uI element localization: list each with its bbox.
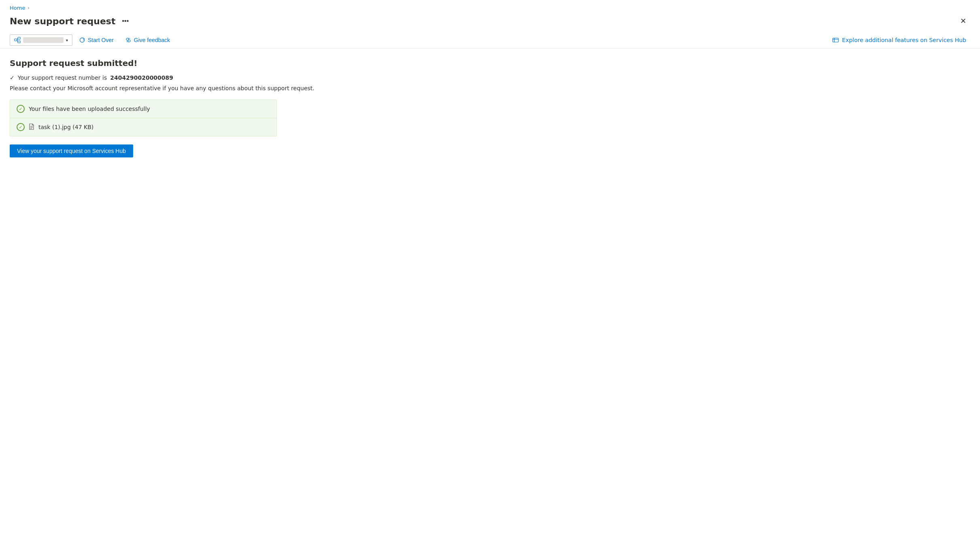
services-hub-icon (832, 37, 839, 43)
file-icon (29, 123, 34, 131)
toolbar: ▾ Start Over Give feedback (0, 32, 980, 49)
chevron-down-icon: ▾ (66, 38, 68, 42)
give-feedback-label: Give feedback (134, 37, 170, 43)
feedback-icon (125, 37, 132, 43)
view-support-request-button[interactable]: View your support request on Services Hu… (10, 144, 133, 157)
svg-rect-2 (18, 41, 20, 43)
upload-file-row: task (1).jpg (47 KB) (10, 118, 276, 136)
upload-status-box: Your files have been uploaded successful… (10, 100, 277, 136)
breadcrumb: Home › (0, 0, 980, 13)
request-number: 2404290020000089 (110, 74, 173, 81)
refresh-icon (79, 37, 85, 43)
services-hub-label: Explore additional features on Services … (842, 37, 966, 43)
request-number-row: ✓ Your support request number is 2404290… (10, 74, 970, 81)
subscription-text (23, 37, 64, 43)
file-name: task (1).jpg (47 KB) (38, 124, 93, 130)
page-header: New support request ••• ✕ (0, 13, 980, 32)
request-number-prefix: Your support request number is (18, 74, 107, 81)
main-content: Support request submitted! ✓ Your suppor… (0, 49, 980, 167)
upload-success-row: Your files have been uploaded successful… (10, 100, 276, 118)
submitted-heading: Support request submitted! (10, 58, 970, 68)
check-icon: ✓ (10, 74, 15, 81)
services-hub-link[interactable]: Explore additional features on Services … (828, 34, 970, 46)
svg-rect-1 (18, 37, 20, 39)
subscription-icon (14, 37, 21, 43)
svg-rect-0 (15, 39, 17, 41)
close-button[interactable]: ✕ (956, 14, 970, 28)
success-icon-1 (17, 105, 25, 113)
give-feedback-button[interactable]: Give feedback (120, 34, 175, 46)
subscription-dropdown[interactable]: ▾ (10, 34, 72, 46)
page-title: New support request (10, 16, 115, 26)
start-over-button[interactable]: Start Over (74, 34, 119, 46)
success-icon-2 (17, 123, 25, 131)
upload-success-message: Your files have been uploaded successful… (29, 106, 150, 112)
svg-rect-9 (833, 38, 838, 42)
more-options-button[interactable]: ••• (119, 16, 131, 26)
home-link[interactable]: Home (10, 5, 25, 11)
breadcrumb-separator: › (28, 5, 29, 11)
start-over-label: Start Over (88, 37, 114, 43)
contact-message: Please contact your Microsoft account re… (10, 85, 970, 91)
